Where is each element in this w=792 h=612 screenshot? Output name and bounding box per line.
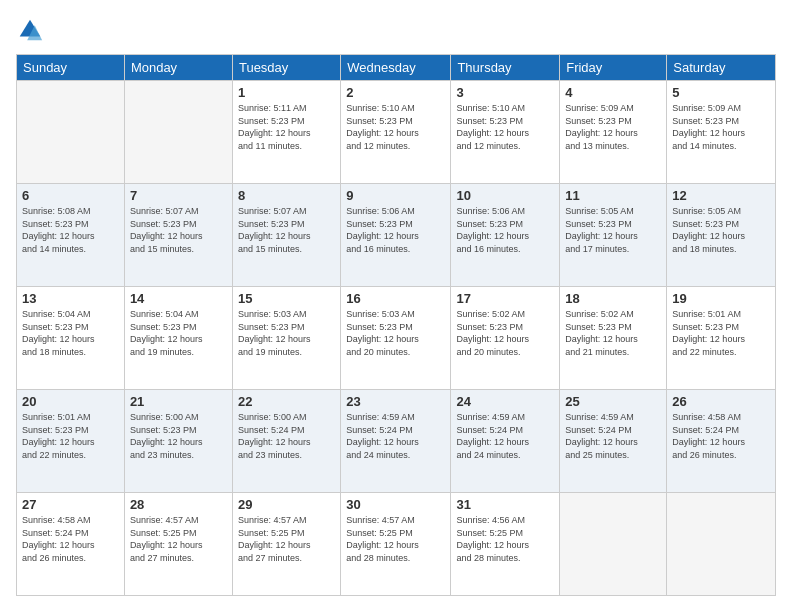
- day-number: 11: [565, 188, 661, 203]
- calendar-header-wednesday: Wednesday: [341, 55, 451, 81]
- calendar-cell: 18Sunrise: 5:02 AM Sunset: 5:23 PM Dayli…: [560, 287, 667, 390]
- calendar-header-saturday: Saturday: [667, 55, 776, 81]
- day-info: Sunrise: 5:08 AM Sunset: 5:23 PM Dayligh…: [22, 205, 119, 255]
- day-info: Sunrise: 5:00 AM Sunset: 5:24 PM Dayligh…: [238, 411, 335, 461]
- day-info: Sunrise: 5:10 AM Sunset: 5:23 PM Dayligh…: [346, 102, 445, 152]
- day-info: Sunrise: 5:03 AM Sunset: 5:23 PM Dayligh…: [346, 308, 445, 358]
- day-number: 3: [456, 85, 554, 100]
- day-info: Sunrise: 5:01 AM Sunset: 5:23 PM Dayligh…: [672, 308, 770, 358]
- day-info: Sunrise: 5:04 AM Sunset: 5:23 PM Dayligh…: [130, 308, 227, 358]
- day-info: Sunrise: 4:58 AM Sunset: 5:24 PM Dayligh…: [672, 411, 770, 461]
- day-info: Sunrise: 5:02 AM Sunset: 5:23 PM Dayligh…: [565, 308, 661, 358]
- day-info: Sunrise: 5:05 AM Sunset: 5:23 PM Dayligh…: [672, 205, 770, 255]
- calendar-cell: 27Sunrise: 4:58 AM Sunset: 5:24 PM Dayli…: [17, 493, 125, 596]
- calendar-cell: 23Sunrise: 4:59 AM Sunset: 5:24 PM Dayli…: [341, 390, 451, 493]
- calendar-week-row: 27Sunrise: 4:58 AM Sunset: 5:24 PM Dayli…: [17, 493, 776, 596]
- day-info: Sunrise: 5:10 AM Sunset: 5:23 PM Dayligh…: [456, 102, 554, 152]
- calendar-header-monday: Monday: [124, 55, 232, 81]
- calendar-cell: 5Sunrise: 5:09 AM Sunset: 5:23 PM Daylig…: [667, 81, 776, 184]
- calendar-cell: [17, 81, 125, 184]
- calendar-cell: 12Sunrise: 5:05 AM Sunset: 5:23 PM Dayli…: [667, 184, 776, 287]
- day-info: Sunrise: 4:57 AM Sunset: 5:25 PM Dayligh…: [346, 514, 445, 564]
- calendar-cell: 3Sunrise: 5:10 AM Sunset: 5:23 PM Daylig…: [451, 81, 560, 184]
- calendar-cell: 13Sunrise: 5:04 AM Sunset: 5:23 PM Dayli…: [17, 287, 125, 390]
- day-info: Sunrise: 5:03 AM Sunset: 5:23 PM Dayligh…: [238, 308, 335, 358]
- calendar-cell: 4Sunrise: 5:09 AM Sunset: 5:23 PM Daylig…: [560, 81, 667, 184]
- calendar-cell: [667, 493, 776, 596]
- day-info: Sunrise: 5:11 AM Sunset: 5:23 PM Dayligh…: [238, 102, 335, 152]
- calendar-header-thursday: Thursday: [451, 55, 560, 81]
- day-info: Sunrise: 4:58 AM Sunset: 5:24 PM Dayligh…: [22, 514, 119, 564]
- day-number: 7: [130, 188, 227, 203]
- calendar-week-row: 13Sunrise: 5:04 AM Sunset: 5:23 PM Dayli…: [17, 287, 776, 390]
- calendar-cell: 10Sunrise: 5:06 AM Sunset: 5:23 PM Dayli…: [451, 184, 560, 287]
- day-number: 25: [565, 394, 661, 409]
- day-info: Sunrise: 5:05 AM Sunset: 5:23 PM Dayligh…: [565, 205, 661, 255]
- logo: [16, 16, 46, 44]
- calendar-table: SundayMondayTuesdayWednesdayThursdayFrid…: [16, 54, 776, 596]
- calendar-cell: 31Sunrise: 4:56 AM Sunset: 5:25 PM Dayli…: [451, 493, 560, 596]
- day-info: Sunrise: 5:01 AM Sunset: 5:23 PM Dayligh…: [22, 411, 119, 461]
- day-number: 14: [130, 291, 227, 306]
- day-info: Sunrise: 5:07 AM Sunset: 5:23 PM Dayligh…: [130, 205, 227, 255]
- calendar-cell: 19Sunrise: 5:01 AM Sunset: 5:23 PM Dayli…: [667, 287, 776, 390]
- day-number: 23: [346, 394, 445, 409]
- day-info: Sunrise: 4:57 AM Sunset: 5:25 PM Dayligh…: [238, 514, 335, 564]
- day-number: 12: [672, 188, 770, 203]
- day-info: Sunrise: 4:57 AM Sunset: 5:25 PM Dayligh…: [130, 514, 227, 564]
- day-number: 29: [238, 497, 335, 512]
- day-number: 18: [565, 291, 661, 306]
- calendar-cell: 15Sunrise: 5:03 AM Sunset: 5:23 PM Dayli…: [232, 287, 340, 390]
- calendar-cell: 24Sunrise: 4:59 AM Sunset: 5:24 PM Dayli…: [451, 390, 560, 493]
- calendar-cell: 11Sunrise: 5:05 AM Sunset: 5:23 PM Dayli…: [560, 184, 667, 287]
- calendar-header-sunday: Sunday: [17, 55, 125, 81]
- day-info: Sunrise: 4:59 AM Sunset: 5:24 PM Dayligh…: [565, 411, 661, 461]
- calendar-cell: [560, 493, 667, 596]
- day-number: 27: [22, 497, 119, 512]
- calendar-week-row: 1Sunrise: 5:11 AM Sunset: 5:23 PM Daylig…: [17, 81, 776, 184]
- day-number: 20: [22, 394, 119, 409]
- calendar-cell: 17Sunrise: 5:02 AM Sunset: 5:23 PM Dayli…: [451, 287, 560, 390]
- calendar-week-row: 6Sunrise: 5:08 AM Sunset: 5:23 PM Daylig…: [17, 184, 776, 287]
- day-number: 1: [238, 85, 335, 100]
- day-info: Sunrise: 5:07 AM Sunset: 5:23 PM Dayligh…: [238, 205, 335, 255]
- calendar-cell: 22Sunrise: 5:00 AM Sunset: 5:24 PM Dayli…: [232, 390, 340, 493]
- day-number: 19: [672, 291, 770, 306]
- calendar-cell: 7Sunrise: 5:07 AM Sunset: 5:23 PM Daylig…: [124, 184, 232, 287]
- calendar-cell: 14Sunrise: 5:04 AM Sunset: 5:23 PM Dayli…: [124, 287, 232, 390]
- calendar-cell: 8Sunrise: 5:07 AM Sunset: 5:23 PM Daylig…: [232, 184, 340, 287]
- calendar-cell: 29Sunrise: 4:57 AM Sunset: 5:25 PM Dayli…: [232, 493, 340, 596]
- day-number: 21: [130, 394, 227, 409]
- day-number: 13: [22, 291, 119, 306]
- day-number: 31: [456, 497, 554, 512]
- day-number: 16: [346, 291, 445, 306]
- day-info: Sunrise: 4:59 AM Sunset: 5:24 PM Dayligh…: [346, 411, 445, 461]
- day-info: Sunrise: 5:09 AM Sunset: 5:23 PM Dayligh…: [565, 102, 661, 152]
- day-info: Sunrise: 5:00 AM Sunset: 5:23 PM Dayligh…: [130, 411, 227, 461]
- calendar-cell: 1Sunrise: 5:11 AM Sunset: 5:23 PM Daylig…: [232, 81, 340, 184]
- calendar-header-row: SundayMondayTuesdayWednesdayThursdayFrid…: [17, 55, 776, 81]
- calendar-cell: 25Sunrise: 4:59 AM Sunset: 5:24 PM Dayli…: [560, 390, 667, 493]
- calendar-cell: 16Sunrise: 5:03 AM Sunset: 5:23 PM Dayli…: [341, 287, 451, 390]
- calendar-week-row: 20Sunrise: 5:01 AM Sunset: 5:23 PM Dayli…: [17, 390, 776, 493]
- day-number: 9: [346, 188, 445, 203]
- day-info: Sunrise: 5:09 AM Sunset: 5:23 PM Dayligh…: [672, 102, 770, 152]
- day-info: Sunrise: 5:06 AM Sunset: 5:23 PM Dayligh…: [456, 205, 554, 255]
- day-info: Sunrise: 5:04 AM Sunset: 5:23 PM Dayligh…: [22, 308, 119, 358]
- day-number: 24: [456, 394, 554, 409]
- day-info: Sunrise: 5:06 AM Sunset: 5:23 PM Dayligh…: [346, 205, 445, 255]
- page-container: SundayMondayTuesdayWednesdayThursdayFrid…: [0, 0, 792, 612]
- calendar-cell: 20Sunrise: 5:01 AM Sunset: 5:23 PM Dayli…: [17, 390, 125, 493]
- calendar-cell: [124, 81, 232, 184]
- day-number: 30: [346, 497, 445, 512]
- calendar-cell: 2Sunrise: 5:10 AM Sunset: 5:23 PM Daylig…: [341, 81, 451, 184]
- day-info: Sunrise: 4:59 AM Sunset: 5:24 PM Dayligh…: [456, 411, 554, 461]
- day-number: 6: [22, 188, 119, 203]
- calendar-cell: 9Sunrise: 5:06 AM Sunset: 5:23 PM Daylig…: [341, 184, 451, 287]
- calendar-cell: 28Sunrise: 4:57 AM Sunset: 5:25 PM Dayli…: [124, 493, 232, 596]
- day-number: 8: [238, 188, 335, 203]
- day-info: Sunrise: 4:56 AM Sunset: 5:25 PM Dayligh…: [456, 514, 554, 564]
- calendar-cell: 30Sunrise: 4:57 AM Sunset: 5:25 PM Dayli…: [341, 493, 451, 596]
- calendar-cell: 6Sunrise: 5:08 AM Sunset: 5:23 PM Daylig…: [17, 184, 125, 287]
- calendar-header-tuesday: Tuesday: [232, 55, 340, 81]
